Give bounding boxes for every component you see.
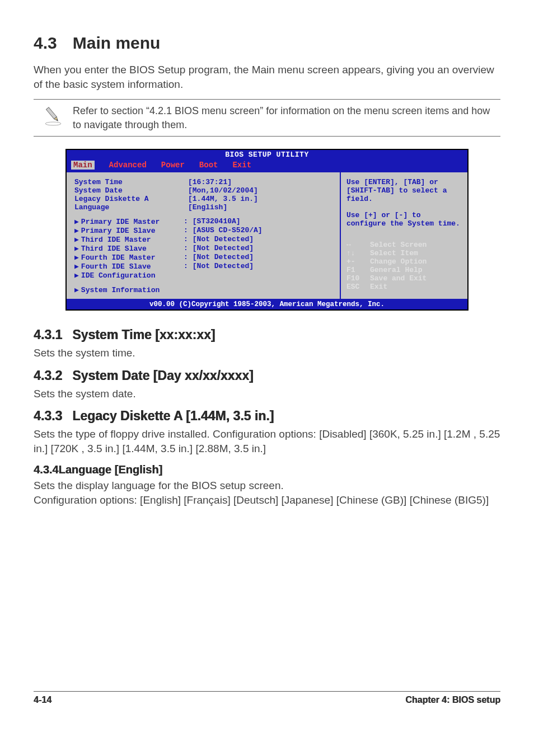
field-label: Fourth IDE Master [81, 253, 156, 262]
bios-tab-advanced: Advanced [109, 161, 147, 170]
subsection-title: System Time [xx:xx:xx] [72, 327, 215, 342]
subsection-body: Sets the type of floppy drive installed.… [34, 427, 500, 456]
subsection-heading: 4.3.3Legacy Diskette A [1.44M, 3.5 in.] [34, 408, 500, 424]
page-footer: 4-14 Chapter 4: BIOS setup [34, 691, 500, 705]
subsection-number: 4.3.1 [34, 327, 62, 342]
legend-key: ↑↓ [346, 250, 370, 258]
legend-action: Exit [370, 283, 387, 291]
field-label: Third IDE Slave [81, 245, 147, 253]
pencil-icon [34, 104, 73, 126]
note-block: Refer to section “4.2.1 BIOS menu screen… [34, 99, 500, 137]
bios-tab-exit: Exit [232, 161, 251, 170]
chapter-label: Chapter 4: BIOS setup [405, 695, 500, 705]
subsection-number: 4.3.3 [34, 408, 62, 424]
triangle-icon: ▶ [74, 245, 79, 253]
heading-number: 4.3 [34, 34, 57, 53]
triangle-icon: ▶ [74, 218, 79, 226]
legend-action: General Help [370, 266, 423, 274]
field-value: [ST320410A] [188, 217, 241, 226]
field-value: [ASUS CD-S520/A] [188, 226, 263, 235]
legend-action: Select Screen [370, 241, 427, 249]
field-value: [1.44M, 3.5 in.] [184, 195, 258, 203]
subsection-title: Legacy Diskette A [1.44M, 3.5 in.] [72, 408, 274, 423]
legend-action: Save and Exit [370, 274, 427, 283]
field-label: Legacy Diskette A [74, 195, 184, 203]
triangle-icon: ▶ [74, 227, 79, 235]
field-label: Third IDE Master [81, 236, 151, 244]
svg-rect-0 [46, 107, 57, 119]
bios-menu-bar: Main Advanced Power Boot Exit [67, 159, 467, 171]
bios-title-bar: BIOS SETUP UTILITY [67, 150, 467, 159]
legend-key: +- [346, 258, 370, 266]
section-heading: 4.3Main menu [34, 34, 500, 53]
field-label: System Date [74, 186, 184, 195]
legend-key: ↔ [346, 241, 370, 250]
field-value: [Not Detected] [188, 253, 254, 262]
bios-help-pane: Use [ENTER], [TAB] or [SHIFT-TAB] to sel… [340, 172, 467, 299]
triangle-icon: ▶ [74, 236, 79, 244]
bios-tab-power: Power [161, 161, 185, 170]
field-value: [Mon,10/02/2004] [184, 186, 258, 195]
field-value: [Not Detected] [188, 262, 254, 271]
bios-left-pane: System Time[16:37:21] System Date[Mon,10… [67, 172, 340, 299]
manual-page: 4.3Main menu When you enter the BIOS Set… [0, 0, 534, 722]
field-label: Primary IDE Slave [81, 227, 156, 235]
bios-screenshot: BIOS SETUP UTILITY Main Advanced Power B… [65, 149, 469, 311]
subsection-heading: 4.3.1System Time [xx:xx:xx] [34, 327, 500, 342]
triangle-icon: ▶ [74, 286, 79, 294]
intro-paragraph: When you enter the BIOS Setup program, t… [34, 63, 500, 91]
bios-tab-boot: Boot [199, 161, 218, 170]
note-text: Refer to section “4.2.1 BIOS menu screen… [73, 104, 500, 132]
help-text-1: Use [ENTER], [TAB] or [SHIFT-TAB] to sel… [346, 178, 462, 203]
field-label: IDE Configuration [81, 271, 156, 280]
subsection-body: Sets the system time. [34, 346, 500, 360]
legend-action: Select Item [370, 249, 418, 257]
legend-action: Change Option [370, 257, 427, 266]
legend-key: F1 [346, 266, 370, 275]
bios-key-legend: ↔Select Screen ↑↓Select Item +-Change Op… [346, 241, 462, 292]
svg-point-3 [45, 122, 61, 125]
subsection-number: 4.3.4 [34, 463, 58, 476]
subsection-heading: 4.3.4Language [English] [34, 463, 500, 476]
bios-tab-main: Main [71, 161, 95, 170]
triangle-icon: ▶ [74, 262, 79, 271]
subsection-body: Sets the display language for the BIOS s… [34, 478, 500, 507]
help-text-2: Use [+] or [-] to configure the System t… [346, 211, 462, 228]
subsection-title: System Date [Day xx/xx/xxxx] [72, 368, 253, 383]
field-label: System Time [74, 178, 184, 186]
field-label: Fourth IDE Slave [81, 262, 151, 271]
subsection-body: Sets the system date. [34, 387, 500, 401]
heading-title: Main menu [73, 34, 161, 52]
field-label: System Information [81, 286, 160, 294]
field-value: [English] [184, 203, 227, 212]
legend-key: F10 [346, 275, 370, 283]
field-value: [Not Detected] [188, 244, 254, 253]
legend-key: ESC [346, 283, 370, 292]
field-value: [Not Detected] [188, 235, 254, 244]
bios-footer: v00.00 (C)Copyright 1985-2003, American … [67, 300, 467, 309]
bios-body: System Time[16:37:21] System Date[Mon,10… [67, 172, 467, 299]
subsection-number: 4.3.2 [34, 368, 62, 383]
field-value: [16:37:21] [184, 178, 232, 186]
page-number: 4-14 [34, 695, 51, 705]
subsection-title: Language [English] [58, 463, 162, 476]
triangle-icon: ▶ [74, 253, 79, 262]
triangle-icon: ▶ [74, 271, 79, 280]
field-label: Language [74, 203, 184, 212]
subsection-heading: 4.3.2System Date [Day xx/xx/xxxx] [34, 368, 500, 383]
field-label: Primary IDE Master [81, 218, 160, 226]
